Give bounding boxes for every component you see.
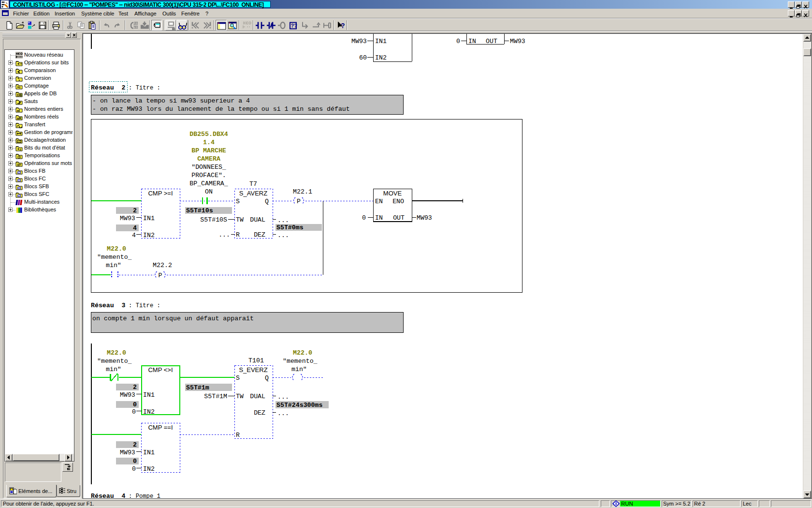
svg-text:2: 2: [133, 384, 137, 391]
svg-text:- on raz MW93 lors du lancemen: - on raz MW93 lors du lancement de la te…: [92, 105, 350, 113]
svg-text:...: ...: [277, 393, 289, 401]
svg-text:M22.0: M22.0: [293, 349, 312, 357]
svg-text:: Titre :: : Titre :: [129, 302, 160, 309]
svg-text:0: 0: [132, 408, 136, 416]
svg-text:BP_CAMERA_: BP_CAMERA_: [189, 180, 228, 187]
svg-text:OUT: OUT: [486, 38, 497, 45]
svg-text:S5T#1M: S5T#1M: [204, 393, 227, 400]
svg-text:4: 4: [133, 224, 137, 232]
svg-text:0: 0: [133, 458, 137, 465]
svg-text:min": min": [106, 366, 121, 373]
svg-text:ON: ON: [205, 188, 213, 195]
svg-text:R: R: [236, 231, 240, 239]
svg-text:M22.0: M22.0: [107, 245, 126, 253]
svg-text:min": min": [106, 262, 121, 269]
svg-text:MW93: MW93: [510, 38, 525, 45]
svg-text:DB: DB: [17, 93, 22, 97]
svg-text:M22.1: M22.1: [293, 188, 312, 195]
svg-text:DEZ: DEZ: [254, 409, 265, 417]
svg-text:"memento_: "memento_: [97, 358, 132, 365]
svg-text:??: ??: [291, 23, 298, 29]
svg-text:TW: TW: [236, 216, 244, 224]
svg-text:on compte 1 min lorsque un déf: on compte 1 min lorsque un défaut appara…: [92, 315, 254, 322]
svg-text:- on lance la tempo si mw93 su: - on lance la tempo si mw93 superieur a …: [92, 97, 250, 105]
svg-text:CMP <>I: CMP <>I: [148, 366, 173, 374]
svg-text:"memento_: "memento_: [97, 254, 132, 261]
svg-text:DUAL: DUAL: [250, 393, 265, 400]
svg-text:"memento_: "memento_: [283, 358, 318, 365]
svg-text:MOVE: MOVE: [383, 190, 402, 197]
svg-text:S5T#0ms: S5T#0ms: [276, 224, 304, 231]
svg-text:?: ?: [341, 22, 345, 30]
svg-text:OUT: OUT: [393, 214, 405, 222]
svg-text:M22.0: M22.0: [107, 349, 126, 357]
svg-text:0: 0: [132, 465, 136, 473]
svg-text:IN2: IN2: [143, 232, 155, 239]
svg-text:: Pompe 1: : Pompe 1: [129, 493, 160, 498]
svg-text:S5T#1m: S5T#1m: [186, 384, 209, 391]
svg-text:"DONNEES_: "DONNEES_: [191, 164, 226, 171]
svg-text:S_AVERZ: S_AVERZ: [239, 190, 267, 197]
svg-text:60: 60: [359, 54, 367, 61]
svg-text:PROFACE".: PROFACE".: [191, 172, 226, 179]
svg-text:S5T#24s300ms: S5T#24s300ms: [276, 402, 322, 409]
svg-text:...: ...: [277, 232, 289, 239]
svg-text:DEZ: DEZ: [254, 231, 265, 239]
svg-text:min": min": [291, 366, 307, 373]
svg-text:...: ...: [277, 410, 289, 417]
svg-text:IN2: IN2: [375, 54, 387, 61]
svg-text:...: ...: [277, 217, 289, 224]
svg-text:T101: T101: [248, 357, 264, 364]
svg-text:Réseau 2: Réseau 2: [91, 84, 126, 91]
svg-text:S_EVERZ: S_EVERZ: [239, 366, 267, 374]
svg-text:Q: Q: [265, 198, 269, 205]
svg-text:1.4: 1.4: [203, 139, 215, 146]
svg-text:CMP >=I: CMP >=I: [148, 190, 173, 197]
svg-text:P: P: [159, 272, 162, 279]
svg-text:MW93: MW93: [351, 38, 367, 45]
svg-text:P: P: [297, 198, 301, 205]
svg-text:IN1: IN1: [143, 215, 155, 222]
svg-text:EN: EN: [375, 198, 383, 205]
svg-text:S: S: [236, 374, 240, 382]
svg-text:0: 0: [362, 214, 366, 222]
svg-text:MW93: MW93: [120, 391, 135, 399]
svg-text:S5T#10s: S5T#10s: [186, 207, 213, 214]
svg-text:MW93: MW93: [417, 214, 432, 222]
svg-text:MW93: MW93: [120, 449, 135, 456]
svg-text:S5T#10S: S5T#10S: [200, 216, 227, 224]
svg-text:IN: IN: [375, 214, 383, 222]
svg-text:BP MARCHE: BP MARCHE: [191, 147, 226, 154]
svg-text:IN2: IN2: [143, 408, 155, 416]
svg-text:CMP ==I: CMP ==I: [148, 424, 173, 431]
svg-text:ENO: ENO: [392, 198, 404, 205]
svg-text:S: S: [236, 198, 240, 205]
svg-text:IN1: IN1: [143, 391, 155, 399]
svg-text:DUAL: DUAL: [250, 216, 265, 224]
svg-text:DB255.DBX4: DB255.DBX4: [189, 131, 228, 138]
svg-text:0: 0: [133, 401, 137, 408]
svg-text:Q: Q: [265, 374, 269, 382]
svg-text:R: R: [236, 432, 240, 439]
svg-text:IN1: IN1: [143, 449, 155, 456]
svg-text:4: 4: [132, 232, 136, 239]
svg-text:IN2: IN2: [143, 465, 155, 473]
svg-text:Réseau 4: Réseau 4: [91, 493, 126, 498]
svg-text:IN1: IN1: [375, 38, 387, 45]
svg-text:0: 0: [456, 38, 460, 45]
svg-text:Réseau 3: Réseau 3: [91, 302, 126, 309]
svg-text:T7: T7: [249, 180, 257, 188]
svg-text:TW: TW: [236, 393, 244, 400]
svg-text:2: 2: [133, 207, 137, 214]
svg-text:CAMERA: CAMERA: [197, 155, 220, 163]
svg-text:IN: IN: [468, 38, 476, 45]
svg-text:±R: ±R: [17, 116, 22, 120]
svg-text:: Titre :: : Titre :: [129, 85, 160, 91]
svg-text:±I: ±I: [17, 108, 20, 113]
svg-text:M22.2: M22.2: [153, 262, 172, 269]
svg-text:...: ...: [218, 231, 230, 239]
svg-text:MW93: MW93: [120, 215, 135, 222]
svg-text:2: 2: [133, 441, 137, 448]
